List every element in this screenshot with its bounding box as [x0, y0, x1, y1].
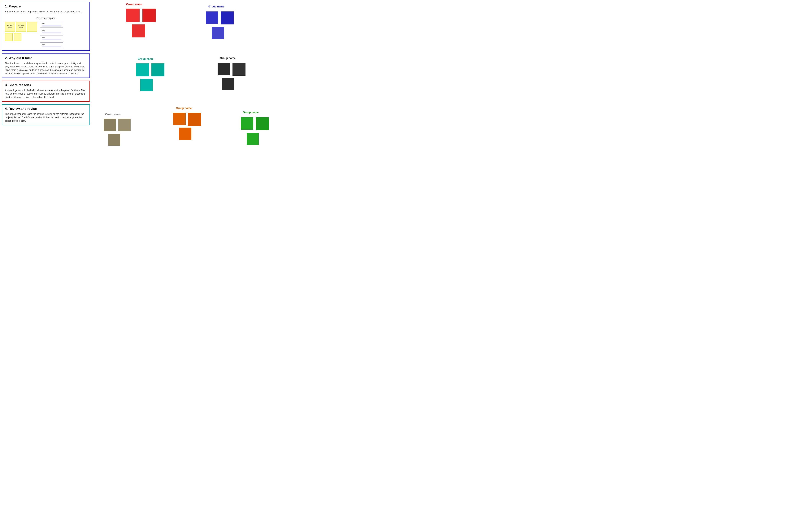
sticky-note-blue-group-1[interactable] [221, 12, 234, 25]
sticky-notes-container: Projectdetail Projectdetail [5, 22, 37, 41]
step-why-fail: 2. Why did it fail? Give the team as muc… [2, 54, 90, 78]
card-title-4: Title [42, 43, 61, 45]
card-desc-4 [42, 46, 61, 47]
step-share: 3. Share reasons Ask each group or indiv… [2, 80, 90, 102]
step-why-title: 2. Why did it fail? [5, 56, 87, 60]
sticky-note-green-group-0[interactable] [241, 117, 253, 130]
sticky-note-green-group-2[interactable] [247, 133, 259, 145]
left-panel: 1. Prepare Brief the team on the project… [2, 2, 90, 128]
sticky-note-olive-group-1[interactable] [118, 119, 131, 131]
sticky-note-orange-group-0[interactable] [173, 113, 186, 125]
card-item-3[interactable]: Title [40, 35, 63, 41]
group-label-blue-group: Group name [208, 5, 224, 8]
canvas-area: Group nameGroup nameGroup nameGroup name… [94, 0, 270, 175]
sticky-note-3[interactable] [27, 22, 37, 32]
card-item-1[interactable]: Title [40, 22, 63, 28]
project-description-label: Project description [5, 17, 87, 19]
card-title-3: Title [42, 36, 61, 39]
step-review-title: 4. Review and revise [5, 107, 87, 111]
step-4-label: Review and revise [9, 107, 37, 110]
group-label-dark-group: Group name [220, 57, 235, 60]
step-review: 4. Review and revise The project manager… [2, 104, 90, 125]
step-3-label: Share reasons [9, 83, 31, 87]
sticky-note-green-group-1[interactable] [256, 117, 269, 130]
sticky-row-2 [5, 33, 37, 41]
sticky-note-5[interactable] [14, 33, 21, 41]
card-title-1: Title [42, 23, 61, 25]
card-desc-1 [42, 25, 61, 27]
sticky-note-blue-group-2[interactable] [212, 27, 224, 39]
group-label-green-group: Group name [243, 111, 259, 114]
card-desc-3 [42, 39, 61, 40]
sticky-note-blue-group-0[interactable] [206, 12, 218, 24]
group-label-red-group: Group name [126, 3, 142, 6]
sticky-note-teal-group-1[interactable] [151, 63, 164, 76]
card-desc-2 [42, 32, 61, 33]
sticky-note-red-group-2[interactable] [132, 25, 145, 37]
card-list: Title Title Title Title [40, 22, 63, 48]
sticky-note-orange-group-1[interactable] [188, 113, 201, 126]
step-review-body: The project manager takes the list and r… [5, 112, 87, 123]
card-item-2[interactable]: Title [40, 29, 63, 34]
step-prepare: 1. Prepare Brief the team on the project… [2, 2, 90, 51]
sticky-note-orange-group-2[interactable] [179, 127, 191, 140]
sticky-note-dark-group-2[interactable] [222, 78, 234, 90]
step-number: 1. [5, 4, 8, 8]
step-why-body: Give the team as much time as possible t… [5, 61, 87, 75]
sticky-note-teal-group-2[interactable] [140, 79, 153, 91]
sticky-note-olive-group-2[interactable] [108, 134, 120, 146]
sticky-note-dark-group-1[interactable] [232, 63, 246, 76]
step-label: Prepare [9, 4, 21, 8]
prepare-items-container: Projectdetail Projectdetail Title Title [5, 22, 87, 48]
step-4-number: 4. [5, 107, 8, 110]
card-item-4[interactable]: Title [40, 42, 63, 48]
group-label-teal-group: Group name [137, 57, 153, 60]
sticky-note-dark-group-0[interactable] [218, 63, 230, 75]
sticky-note-2[interactable]: Projectdetail [16, 22, 26, 32]
step-share-body: Ask each group or individual to share th… [5, 89, 87, 99]
sticky-row-1: Projectdetail Projectdetail [5, 22, 37, 32]
group-label-orange-group: Group name [176, 107, 192, 110]
step-prepare-title: 1. Prepare [5, 4, 87, 9]
sticky-note-red-group-0[interactable] [126, 9, 140, 22]
sticky-note-4[interactable] [5, 33, 13, 41]
sticky-note-red-group-1[interactable] [142, 9, 156, 22]
step-share-title: 3. Share reasons [5, 83, 87, 87]
step-2-label: Why did it fail? [9, 56, 32, 60]
step-2-number: 2. [5, 56, 8, 60]
step-3-number: 3. [5, 83, 8, 87]
group-label-olive-group: Group name [105, 113, 121, 116]
sticky-note-1[interactable]: Projectdetail [5, 22, 15, 32]
sticky-note-olive-group-0[interactable] [104, 119, 116, 131]
step-prepare-body: Brief the team on the project and inform… [5, 10, 87, 13]
card-title-2: Title [42, 30, 61, 31]
sticky-note-teal-group-0[interactable] [136, 63, 149, 76]
